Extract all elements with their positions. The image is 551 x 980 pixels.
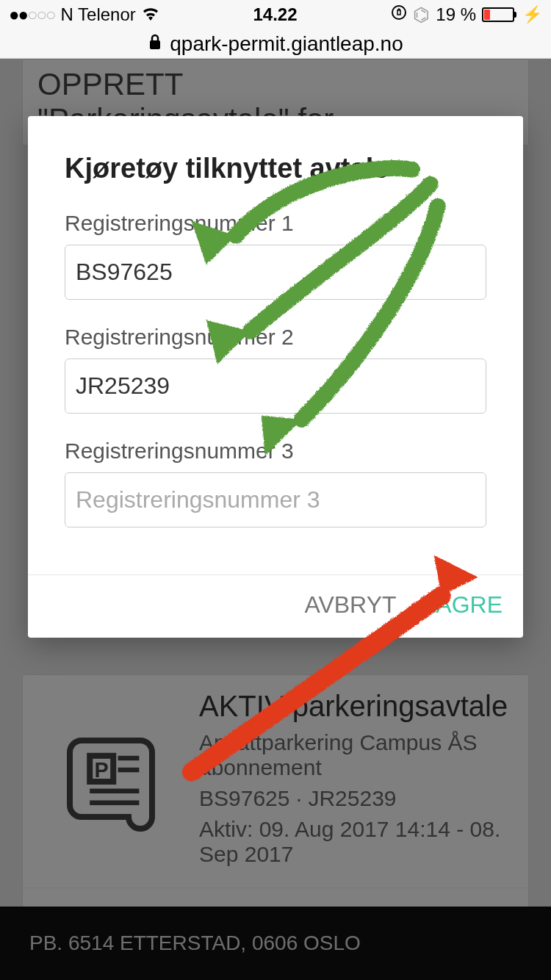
reg3-input[interactable] bbox=[65, 472, 486, 527]
cancel-button[interactable]: AVBRYT bbox=[304, 591, 396, 619]
svg-point-0 bbox=[392, 6, 406, 19]
carrier-label: N Telenor bbox=[61, 4, 136, 25]
status-right: ⌬ 19 % ⚡ bbox=[391, 4, 542, 26]
charging-icon: ⚡ bbox=[522, 5, 542, 24]
status-time: 14.22 bbox=[159, 4, 392, 25]
browser-url-bar[interactable]: qpark-permit.giantleap.no bbox=[0, 29, 551, 59]
wifi-icon bbox=[142, 4, 159, 25]
reg2-input[interactable] bbox=[65, 359, 486, 414]
vehicle-modal: Kjøretøy tilknyttet avtale Registrerings… bbox=[28, 116, 523, 638]
reg2-label: Registreringsnummer 2 bbox=[65, 325, 486, 350]
battery-icon bbox=[482, 7, 516, 22]
svg-rect-1 bbox=[150, 40, 160, 49]
url-host: qpark-permit.giantleap.no bbox=[170, 32, 403, 56]
signal-dots-icon: ●●○○○ bbox=[9, 4, 55, 25]
ios-status-bar: ●●○○○ N Telenor 14.22 ⌬ 19 % ⚡ bbox=[0, 0, 551, 29]
modal-actions: AVBRYT LAGRE bbox=[28, 574, 523, 638]
orientation-lock-icon bbox=[391, 4, 407, 25]
reg3-label: Registreringsnummer 3 bbox=[65, 439, 486, 464]
save-button[interactable]: LAGRE bbox=[423, 591, 503, 619]
reg1-input[interactable] bbox=[65, 245, 486, 300]
battery-pct: 19 % bbox=[436, 4, 476, 25]
bluetooth-icon: ⌬ bbox=[413, 4, 430, 26]
modal-title: Kjøretøy tilknyttet avtale bbox=[65, 153, 486, 184]
status-left: ●●○○○ N Telenor bbox=[9, 4, 159, 25]
reg1-label: Registreringsnummer 1 bbox=[65, 211, 486, 236]
lock-icon bbox=[148, 32, 162, 56]
